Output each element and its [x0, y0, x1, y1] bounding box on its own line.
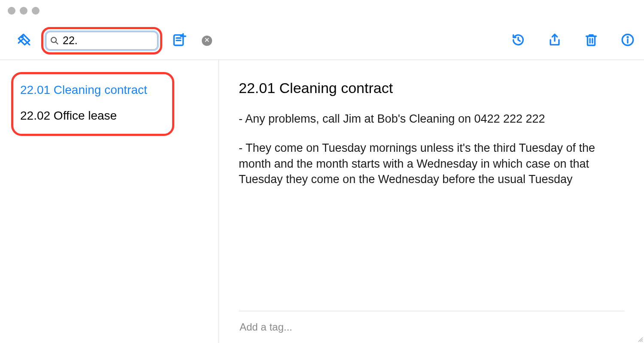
- note-line: - Any problems, call Jim at Bob's Cleani…: [239, 111, 624, 126]
- result-item-label: 22.01 Cleaning contract: [20, 83, 147, 96]
- window-minimize-dot[interactable]: [20, 7, 27, 15]
- search-field[interactable]: [46, 32, 158, 50]
- info-button[interactable]: [619, 32, 636, 49]
- svg-line-2: [56, 42, 58, 44]
- result-item-label: 22.02 Office lease: [20, 109, 117, 122]
- tags-icon: [17, 33, 31, 49]
- share-button[interactable]: [546, 32, 563, 49]
- result-item-22-01[interactable]: 22.01 Cleaning contract: [18, 80, 167, 102]
- search-highlight-box: [41, 27, 162, 54]
- note-title: 22.01 Cleaning contract: [239, 80, 624, 96]
- delete-button[interactable]: [583, 32, 600, 49]
- window-controls: [8, 7, 39, 15]
- tag-input[interactable]: [239, 321, 624, 334]
- result-item-22-02[interactable]: 22.02 Office lease: [18, 102, 167, 128]
- sidebar: 22.01 Cleaning contract 22.02 Office lea…: [0, 60, 219, 343]
- history-button[interactable]: [510, 32, 527, 49]
- tags-button[interactable]: [15, 32, 33, 49]
- clear-search-button[interactable]: [202, 36, 212, 46]
- toolbar: [0, 21, 644, 60]
- svg-point-15: [627, 36, 628, 37]
- results-highlight-box: 22.01 Cleaning contract 22.02 Office lea…: [11, 72, 174, 136]
- info-icon: [620, 33, 635, 49]
- svg-point-1: [51, 37, 56, 42]
- search-input[interactable]: [63, 34, 198, 47]
- window-titlebar: [0, 0, 644, 21]
- tag-area: [239, 311, 624, 343]
- history-icon: [511, 33, 526, 49]
- window-resize-grip[interactable]: [637, 336, 643, 342]
- clear-x-icon: [204, 37, 210, 45]
- note-line: - They come on Tuesday mornings unless i…: [239, 140, 624, 187]
- window-zoom-dot[interactable]: [32, 7, 39, 15]
- share-icon: [547, 33, 562, 49]
- window-close-dot[interactable]: [8, 7, 15, 15]
- svg-line-18: [642, 341, 643, 342]
- trash-icon: [584, 33, 598, 49]
- note-body[interactable]: - Any problems, call Jim at Bob's Cleani…: [239, 111, 624, 311]
- svg-point-0: [21, 36, 23, 37]
- note-pane: 22.01 Cleaning contract - Any problems, …: [219, 60, 644, 343]
- search-icon: [50, 36, 59, 45]
